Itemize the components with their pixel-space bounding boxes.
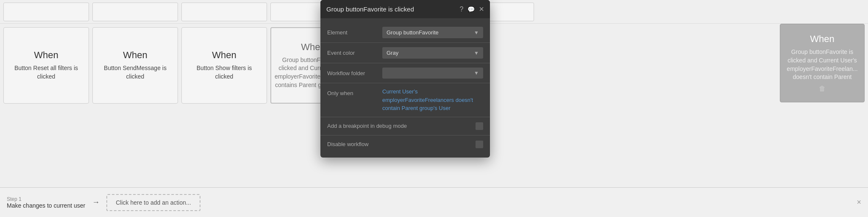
event-color-label: Event color [327,47,382,56]
workflow-folder-select-box[interactable]: ▼ [382,68,483,79]
when-label-3: When [212,50,236,61]
element-select-box[interactable]: Group buttonFavorite ▼ [382,27,483,38]
workflow-card-2[interactable]: When Button SendMessage is clicked [92,27,178,104]
modal-title: Group buttonFavorite is clicked [326,6,414,13]
card-text-right: Group buttonFavorite is clicked and Curr… [785,48,859,81]
event-color-chevron: ▼ [474,50,479,56]
only-when-row: Only when Current User's employerFavorit… [320,84,490,116]
event-color-select[interactable]: Gray ▼ [382,47,483,59]
comment-icon[interactable]: 💬 [467,6,475,13]
step-bar: Step 1 Make changes to current user → Cl… [0,187,868,217]
modal-body: Element Group buttonFavorite ▼ Event col… [320,18,490,158]
top-placeholder-3 [181,3,267,21]
event-color-value: Gray [387,50,398,56]
element-label: Element [327,27,382,36]
help-icon[interactable]: ? [459,6,463,13]
close-step-bar-button[interactable]: × [857,198,861,207]
debug-checkbox[interactable] [476,122,483,130]
disable-checkbox[interactable] [476,141,483,148]
modal-close-icon[interactable]: × [479,4,484,14]
only-when-value[interactable]: Current User's employerFavoriteFreelance… [382,87,483,113]
top-placeholder-2 [92,3,178,21]
disable-label: Disable workflow [327,141,369,147]
only-when-text[interactable]: Current User's employerFavoriteFreelance… [382,88,473,111]
card-text-3: Button Show filters is clicked [187,64,262,81]
when-label-right: When [810,34,834,45]
modal-header: Group buttonFavorite is clicked ? 💬 × [320,0,490,18]
card-text-1: Button Reset all filters is clicked [9,64,83,81]
disable-row: Disable workflow [320,136,490,152]
element-chevron: ▼ [474,30,479,36]
element-select-value: Group buttonFavorite [387,29,439,36]
only-when-label: Only when [327,87,382,96]
event-color-row: Event color Gray ▼ [320,44,490,62]
step-description: Make changes to current user [7,202,85,209]
workflow-card-right[interactable]: When Group buttonFavorite is clicked and… [780,24,865,102]
workflow-card-3[interactable]: When Button Show filters is clicked [181,27,267,104]
step-number: Step 1 [7,196,85,202]
add-action-button[interactable]: Click here to add an action... [106,194,200,211]
modal-header-icons: ? 💬 × [459,4,484,14]
when-label-2: When [123,50,147,61]
modal-overlay: Group buttonFavorite is clicked ? 💬 × El… [320,0,490,158]
workflow-folder-select[interactable]: ▼ [382,68,483,79]
step-info: Step 1 Make changes to current user [7,196,85,209]
card-text-2: Button SendMessage is clicked [98,64,172,81]
workflow-folder-chevron: ▼ [474,70,479,76]
workflow-card-1[interactable]: When Button Reset all filters is clicked [3,27,89,104]
delete-icon[interactable]: 🗑 [819,85,826,93]
when-label-1: When [34,50,58,61]
workflow-folder-label: Workflow folder [327,68,382,76]
arrow-icon: → [92,198,100,207]
debug-row: Add a breakpoint in debug mode [320,118,490,134]
element-row: Element Group buttonFavorite ▼ [320,23,490,42]
event-color-select-box[interactable]: Gray ▼ [382,47,483,59]
workflow-folder-row: Workflow folder ▼ [320,64,490,82]
debug-label: Add a breakpoint in debug mode [327,123,407,129]
top-placeholder-1 [3,3,89,21]
element-select[interactable]: Group buttonFavorite ▼ [382,27,483,38]
